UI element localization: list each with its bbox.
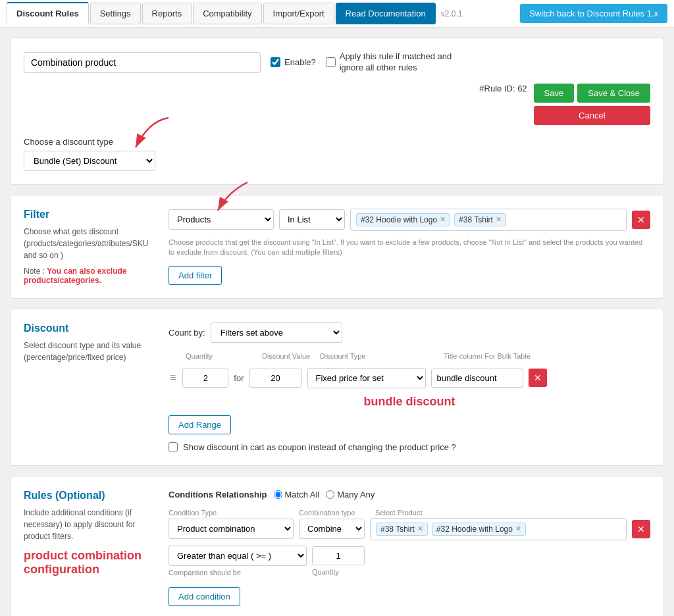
discount-right-panel: Count by: Filters set above Cart Items C… [168, 322, 650, 452]
for-label: for [234, 373, 244, 383]
discount-title: Discount [24, 322, 155, 334]
condition-type-col-label: Condition Type [168, 509, 294, 517]
coupon-row: Show discount in cart as coupon instead … [168, 442, 650, 452]
filter-hint: Choose products that get the discount us… [168, 238, 650, 258]
filter-note: Note : You can also exclude products/cat… [24, 267, 155, 285]
tab-discount-rules[interactable]: Discount Rules [7, 2, 89, 25]
range-discount-type-select[interactable]: Fixed price for set Percentage Fixed Pri… [307, 368, 426, 388]
quantity-input[interactable] [182, 369, 228, 388]
add-filter-btn[interactable]: Add filter [168, 266, 222, 285]
coupon-checkbox[interactable] [168, 442, 178, 451]
switch-back-btn[interactable]: Switch back to Discount Rules 1.x [520, 4, 667, 23]
tab-settings[interactable]: Settings [90, 3, 141, 24]
rule-id-block: #Rule ID: 62 [479, 84, 527, 93]
condition-sub-row: Greater than equal ( >= ) Less than equa… [168, 546, 650, 577]
product-combo-label: product combination configuration [24, 549, 155, 577]
apply-rule-label: Apply this rule if matched and ignore al… [340, 51, 471, 74]
tab-compatibility[interactable]: Compatibility [193, 3, 261, 24]
cancel-button[interactable]: Cancel [534, 106, 650, 125]
rule-header-section: Enable? Apply this rule if matched and i… [10, 38, 664, 185]
col-title-label: Title column For Bulk Table [444, 352, 536, 360]
filter-remove-btn[interactable]: ✕ [632, 211, 650, 229]
range-row-1: ≡ for Fixed price for set Percentage Fix… [168, 368, 650, 388]
quantity-input-rules[interactable] [312, 546, 365, 565]
conditions-rel-label: Conditions Relationship [168, 490, 267, 500]
quantity-label: Quantity [312, 568, 365, 576]
tag-tshirt-label: #38 Tshirt [459, 215, 493, 224]
coupon-label: Show discount in cart as coupon instead … [183, 442, 456, 452]
combination-type-col-label: Combination type [299, 509, 365, 517]
col-labels: Quantity Discount Value Discount Type Ti… [168, 352, 650, 360]
read-documentation-btn[interactable]: Read Documentation [336, 3, 436, 24]
conditions-rel-row: Conditions Relationship Match All Many A… [168, 490, 650, 500]
filter-tag-input[interactable]: #32 Hoodie with Logo ✕ #38 Tshirt ✕ [350, 209, 627, 231]
filter-left-panel: Filter Choose what gets discount (produc… [24, 209, 155, 285]
cond-tag-tshirt: #38 Tshirt ✕ [376, 523, 428, 536]
tab-import-export[interactable]: Import/Export [263, 3, 334, 24]
save-buttons-group: Save Save & Close Cancel [534, 84, 650, 125]
tag-hoodie-label: #32 Hoodie with Logo [361, 215, 437, 224]
combine-select[interactable]: Combine Any [299, 519, 365, 539]
rules-right-panel: Conditions Relationship Match All Many A… [168, 490, 650, 606]
cond-tag-hoodie: #32 Hoodie with Logo ✕ [432, 523, 526, 536]
tag-tshirt-close[interactable]: ✕ [496, 215, 502, 224]
match-all-radio-label[interactable]: Match All [274, 490, 320, 500]
match-all-label: Match All [285, 490, 320, 500]
match-all-radio[interactable] [274, 490, 282, 499]
filter-arrow-decoration [208, 179, 261, 215]
enable-label: Enable? [284, 57, 316, 67]
cond-tag-hoodie-close[interactable]: ✕ [515, 525, 521, 533]
many-any-radio[interactable] [326, 490, 334, 499]
cond-tag-hoodie-label: #32 Hoodie with Logo [436, 525, 513, 534]
save-button[interactable]: Save [534, 84, 575, 103]
tab-reports[interactable]: Reports [142, 3, 192, 24]
bundle-discount-label: bundle discount [168, 395, 650, 409]
discount-type-label: Choose a discount type [24, 137, 650, 147]
rule-id-value: 62 [517, 84, 527, 93]
tag-hoodie: #32 Hoodie with Logo ✕ [356, 213, 450, 226]
discount-section: Discount Select discount type and its va… [10, 309, 664, 466]
select-product-col-label: Select Product [375, 509, 507, 517]
arrow-decoration [122, 115, 175, 154]
condition-tag-input[interactable]: #38 Tshirt ✕ #32 Hoodie with Logo ✕ [370, 518, 627, 540]
add-range-btn[interactable]: Add Range [168, 415, 231, 434]
version-label: v2.0.1 [441, 9, 463, 18]
comparison-select[interactable]: Greater than equal ( >= ) Less than equa… [168, 546, 307, 566]
condition-type-select[interactable]: Product combination Cart Total Cart Item… [168, 519, 294, 539]
rules-left-panel: Rules (Optional) Include additional cond… [24, 490, 155, 606]
tag-hoodie-close[interactable]: ✕ [440, 215, 446, 224]
filter-condition-select[interactable]: In List Not In List [279, 209, 345, 230]
top-navigation: Discount Rules Settings Reports Compatib… [0, 0, 674, 28]
count-by-select[interactable]: Filters set above Cart Items Cart Total [211, 322, 342, 343]
filter-desc: Choose what gets discount (products/cate… [24, 226, 155, 261]
rules-section: Rules (Optional) Include additional cond… [10, 476, 664, 616]
add-condition-btn[interactable]: Add condition [168, 587, 240, 606]
rules-desc: Include additional conditions (if necess… [24, 507, 155, 542]
col-qty-label: Quantity [186, 352, 232, 360]
apply-rule-checkbox[interactable] [326, 57, 336, 67]
tag-tshirt: #38 Tshirt ✕ [454, 213, 506, 226]
discount-value-input[interactable] [249, 369, 302, 388]
many-any-label: Many Any [337, 490, 375, 500]
filter-section: Filter Choose what gets discount (produc… [10, 195, 664, 299]
discount-left-panel: Discount Select discount type and its va… [24, 322, 155, 452]
cond-tag-tshirt-label: #38 Tshirt [380, 525, 415, 534]
condition-col-labels: Condition Type Combination type Select P… [168, 509, 650, 517]
condition-remove-btn[interactable]: ✕ [632, 520, 650, 538]
comparison-label: Comparison should be [168, 569, 307, 577]
range-title-input[interactable] [431, 369, 523, 388]
drag-handle[interactable]: ≡ [168, 372, 177, 384]
col-val-label: Discount Value [262, 352, 315, 360]
save-close-button[interactable]: Save & Close [577, 84, 650, 103]
enable-checkbox[interactable] [271, 57, 280, 67]
filter-right-panel: Products Categories Attributes SKU In Li… [168, 209, 650, 285]
discount-desc: Select discount type and its value (perc… [24, 340, 155, 363]
range-remove-btn[interactable]: ✕ [529, 369, 547, 387]
many-any-radio-label[interactable]: Many Any [326, 490, 375, 500]
rule-id-and-buttons: #Rule ID: 62 Save Save & Close Cancel [479, 84, 650, 125]
col-dtype-label: Discount Type [320, 352, 438, 360]
condition-row-1: Product combination Cart Total Cart Item… [168, 518, 650, 540]
rule-id-label: #Rule ID: [479, 84, 515, 93]
cond-tag-tshirt-close[interactable]: ✕ [417, 525, 423, 533]
rule-name-input[interactable] [24, 52, 261, 73]
